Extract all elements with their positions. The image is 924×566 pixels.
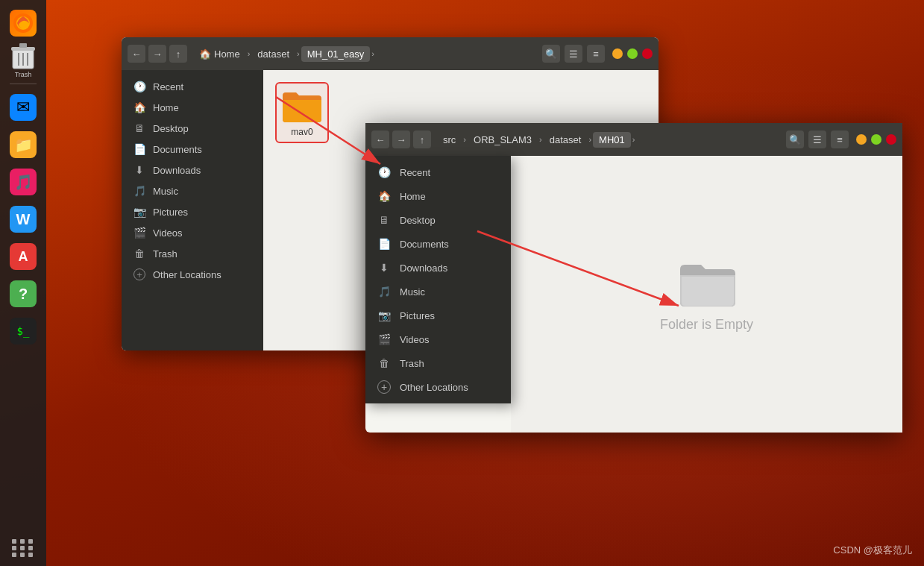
sidebar-item-home-1[interactable]: 🏠 Home bbox=[122, 97, 263, 118]
music-icon: 🎵 bbox=[10, 169, 37, 195]
titlebar-1: ← → ↑ 🏠 Home › dataset › MH_01_easy › 🔍 … bbox=[122, 37, 659, 70]
dropdown-downloads-2[interactable]: ⬇ Downloads bbox=[365, 256, 511, 280]
breadcrumb-home-1[interactable]: 🏠 Home bbox=[193, 46, 246, 62]
menu-button-1[interactable]: ≡ bbox=[587, 45, 605, 63]
app-grid-dot bbox=[28, 553, 33, 557]
dock-separator-1 bbox=[10, 84, 37, 84]
writer-icon: W bbox=[10, 206, 37, 233]
up-button-1[interactable]: ↑ bbox=[169, 45, 187, 63]
close-button-1[interactable] bbox=[642, 48, 653, 59]
breadcrumb-sep-1: › bbox=[248, 49, 251, 58]
view-toggle-1[interactable]: ☰ bbox=[565, 45, 582, 63]
home-icon-1: 🏠 bbox=[199, 48, 211, 60]
dock-item-terminal[interactable]: $_ bbox=[6, 314, 40, 348]
menu-button-2[interactable]: ≡ bbox=[831, 131, 849, 148]
breadcrumb-dataset-1[interactable]: dataset bbox=[251, 46, 295, 62]
firefox-icon bbox=[10, 10, 37, 37]
dropdown-downloads-icon: ⬇ bbox=[377, 261, 391, 274]
breadcrumb-orbslam-2[interactable]: ORB_SLAM3 bbox=[468, 132, 538, 148]
up-button-2[interactable]: ↑ bbox=[413, 131, 431, 148]
sidebar-item-downloads-1[interactable]: ⬇ Downloads bbox=[122, 160, 263, 180]
search-button-1[interactable]: 🔍 bbox=[542, 45, 560, 63]
dropdown-documents-2[interactable]: 📄 Documents bbox=[365, 232, 511, 256]
maximize-button-2[interactable] bbox=[871, 134, 881, 145]
breadcrumb-mh01easy-1[interactable]: MH_01_easy bbox=[301, 46, 371, 62]
dropdown-other-2[interactable]: + Other Locations bbox=[365, 375, 511, 399]
dropdown-trash-2[interactable]: 🗑 Trash bbox=[365, 351, 511, 375]
empty-folder-text: Folder is Empty bbox=[660, 317, 753, 333]
dock-item-files[interactable]: 📁 bbox=[6, 128, 40, 162]
dock-item-thunderbird[interactable]: ✉ bbox=[6, 90, 40, 125]
appstore-icon: A bbox=[10, 243, 37, 270]
videos-icon-1: 🎬 bbox=[133, 227, 145, 239]
window-controls-1 bbox=[612, 48, 653, 59]
titlebar-2: ← → ↑ src › ORB_SLAM3 › dataset › MH01 ›… bbox=[365, 123, 902, 156]
music-icon-sidebar-1: 🎵 bbox=[133, 185, 145, 197]
dropdown-videos-2[interactable]: 🎬 Videos bbox=[365, 327, 511, 351]
titlebar-actions-2: 🔍 ☰ ≡ bbox=[786, 131, 896, 148]
trash-dock-icon bbox=[10, 43, 37, 70]
dock-item-firefox[interactable] bbox=[6, 6, 40, 40]
maximize-button-1[interactable] bbox=[627, 48, 638, 59]
app-grid-dot bbox=[12, 546, 16, 550]
minimize-button-2[interactable] bbox=[856, 134, 867, 145]
window-controls-2 bbox=[856, 134, 896, 145]
sidebar-1: 🕐 Recent 🏠 Home 🖥 Desktop 📄 Documents ⬇ … bbox=[122, 70, 263, 350]
breadcrumb-sep-2: › bbox=[297, 49, 300, 58]
breadcrumb-sep-5: › bbox=[588, 135, 591, 144]
dropdown-videos-icon: 🎬 bbox=[377, 333, 391, 346]
dropdown-recent-2[interactable]: 🕐 Recent bbox=[365, 160, 511, 184]
dropdown-music-2[interactable]: 🎵 Music bbox=[365, 280, 511, 304]
documents-icon-1: 📄 bbox=[133, 143, 145, 155]
back-button-2[interactable]: ← bbox=[371, 131, 389, 148]
desktop-icon-1: 🖥 bbox=[133, 122, 145, 134]
sidebar-item-other-1[interactable]: + Other Locations bbox=[122, 264, 263, 285]
empty-folder-icon bbox=[677, 256, 737, 308]
dock-item-writer[interactable]: W bbox=[6, 202, 40, 236]
dropdown-trash-icon: 🗑 bbox=[377, 356, 391, 370]
sidebar-dropdown-2: 🕐 Recent 🏠 Home 🖥 Desktop 📄 Documents ⬇ … bbox=[365, 156, 511, 403]
sidebar-item-documents-1[interactable]: 📄 Documents bbox=[122, 139, 263, 160]
dropdown-home-2[interactable]: 🏠 Home bbox=[365, 184, 511, 208]
app-grid-dot bbox=[12, 539, 16, 544]
dock-item-music[interactable]: 🎵 bbox=[6, 165, 40, 199]
trash-icon-sidebar-1: 🗑 bbox=[133, 248, 145, 260]
dropdown-desktop-2[interactable]: 🖥 Desktop bbox=[365, 208, 511, 232]
dock-item-help[interactable]: ? bbox=[6, 277, 40, 311]
app-grid-dot bbox=[20, 539, 25, 544]
forward-button-1[interactable]: → bbox=[148, 45, 166, 63]
empty-folder-view: Folder is Empty bbox=[511, 156, 902, 433]
sidebar-item-music-1[interactable]: 🎵 Music bbox=[122, 180, 263, 201]
sidebar-item-recent-1[interactable]: 🕐 Recent bbox=[122, 76, 263, 97]
close-button-2[interactable] bbox=[886, 134, 896, 145]
breadcrumb-mh01-2[interactable]: MH01 bbox=[593, 132, 631, 148]
other-locations-icon-1: + bbox=[133, 268, 145, 280]
dropdown-desktop-icon: 🖥 bbox=[377, 213, 391, 227]
sidebar-item-trash-1[interactable]: 🗑 Trash bbox=[122, 243, 263, 264]
watermark: CSDN @极客范儿 bbox=[833, 544, 912, 557]
titlebar-actions-1: 🔍 ☰ ≡ bbox=[542, 45, 653, 63]
view-toggle-2[interactable]: ☰ bbox=[808, 131, 826, 148]
breadcrumb-src-2[interactable]: src bbox=[437, 132, 462, 148]
sidebar-item-desktop-1[interactable]: 🖥 Desktop bbox=[122, 118, 263, 139]
dock-item-trash[interactable]: Trash bbox=[6, 43, 40, 78]
search-button-2[interactable]: 🔍 bbox=[786, 131, 804, 148]
dock-item-appstore[interactable]: A bbox=[6, 239, 40, 274]
help-icon: ? bbox=[10, 280, 37, 307]
app-grid-dot bbox=[12, 553, 16, 557]
dropdown-pictures-2[interactable]: 📷 Pictures bbox=[365, 304, 511, 327]
app-grid-dot bbox=[20, 553, 25, 557]
breadcrumb-dataset-2[interactable]: dataset bbox=[544, 132, 588, 148]
dropdown-music-icon: 🎵 bbox=[377, 285, 391, 298]
breadcrumb-2: src › ORB_SLAM3 › dataset › MH01 › bbox=[434, 132, 783, 148]
pictures-icon-1: 📷 bbox=[133, 206, 145, 218]
back-button-1[interactable]: ← bbox=[128, 45, 145, 63]
dock-app-grid[interactable] bbox=[12, 539, 34, 557]
forward-button-2[interactable]: → bbox=[392, 131, 410, 148]
sidebar-item-pictures-1[interactable]: 📷 Pictures bbox=[122, 201, 263, 222]
sidebar-item-videos-1[interactable]: 🎬 Videos bbox=[122, 222, 263, 243]
fm-content-2: Folder is Empty bbox=[511, 156, 902, 433]
minimize-button-1[interactable] bbox=[612, 48, 623, 59]
terminal-icon: $_ bbox=[10, 318, 37, 345]
folder-item-mav0[interactable]: mav0 bbox=[275, 82, 329, 143]
